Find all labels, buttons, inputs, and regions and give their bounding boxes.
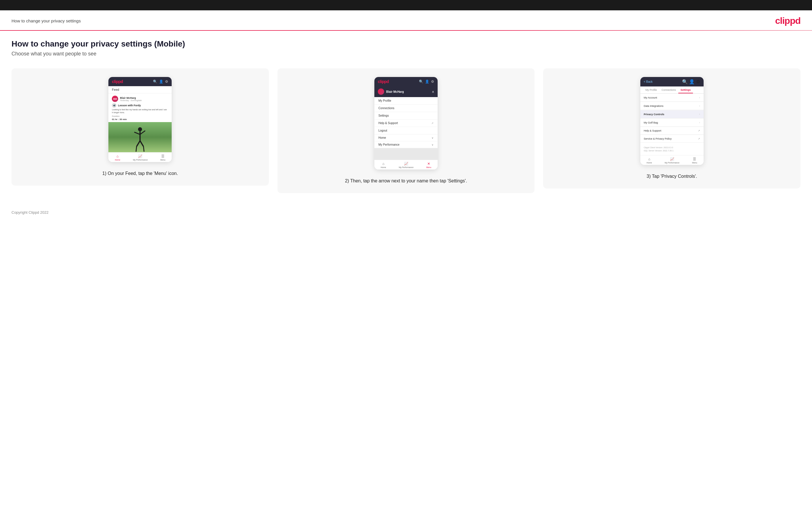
menu-label-1: Menu [160, 159, 166, 161]
perf-label-2: My Performance [399, 166, 413, 168]
version-line-1: Clippd Client Version: 2022.8.3-3 [644, 146, 700, 149]
breadcrumb: How to change your privacy settings [11, 18, 81, 23]
feed-duration-value: 01 hr : 30 min [112, 118, 168, 121]
nav-icons-1: 🔍 👤 ⚙ [153, 79, 168, 83]
perf-icon-2: 📈 [404, 162, 408, 166]
settings-item-myaccount: My Account › [640, 94, 704, 102]
bottom-item-home-3: ⌂ Home [647, 157, 652, 164]
step-2-card: clippd 🔍 👤 ⚙ Blair McHarg ∧ [277, 68, 535, 193]
menu-item-settings: Settings [374, 112, 438, 119]
step-3-phone: < Back 🔍 👤 ⚙ My Profile Connections Sett… [640, 77, 704, 165]
feed-duration-label: Duration [112, 115, 168, 117]
step-1-card: clippd 🔍 👤 ⚙ Feed BM Blair McHarg [11, 68, 269, 185]
settings-item-dataintegrations: Data Integrations › [640, 102, 704, 110]
menu-item-myprofile: My Profile [374, 97, 438, 105]
main-content: How to change your privacy settings (Mob… [0, 39, 812, 205]
settings-myaccount-label: My Account [644, 96, 657, 99]
svg-line-5 [140, 141, 144, 147]
nav-icons-2: 🔍 👤 ⚙ [419, 79, 434, 83]
feed-post-name: Blair McHarg [120, 97, 142, 99]
menu-icon-3: ☰ [693, 157, 696, 161]
header-divider [0, 30, 812, 31]
search-icon-2: 🔍 [419, 79, 423, 83]
svg-line-2 [134, 132, 140, 134]
settings-item-help: Help & Support ↗ [640, 127, 704, 135]
svg-line-4 [137, 141, 140, 147]
page-subheading: Choose what you want people to see [11, 51, 801, 57]
top-bar [0, 0, 812, 10]
feed-lesson-header: 📹 Lesson with Fordy [112, 103, 168, 108]
tab-myprofile: My Profile [643, 87, 659, 93]
phone-bottom-bar-1: ⌂ Home 📈 My Performance ☰ Menu [108, 152, 172, 162]
menu-label-3: Menu [692, 162, 697, 164]
perf-icon-3: 📈 [670, 157, 674, 161]
step-1-phone: clippd 🔍 👤 ⚙ Feed BM Blair McHarg [108, 77, 172, 162]
perf-icon-1: 📈 [138, 154, 142, 158]
nav-logo-1: clippd [112, 79, 123, 84]
menu-section-performance: My Performance ∨ [374, 141, 438, 148]
home-icon-1: ⌂ [116, 154, 118, 158]
footer: Copyright Clippd 2022 [0, 205, 812, 220]
home-label-3: Home [647, 162, 652, 164]
feed-post-date: Yesterday · Sunningdale [120, 99, 142, 101]
menu-item-myprofile-label: My Profile [378, 99, 391, 102]
user-icon-2: 👤 [425, 79, 429, 83]
feed-image [108, 122, 172, 152]
menu-icon-2: ✕ [427, 162, 430, 166]
svg-line-6 [136, 147, 137, 152]
step-3-caption: 3) Tap 'Privacy Controls'. [647, 173, 697, 180]
settings-myaccount-chevron: › [699, 96, 700, 99]
page-heading: How to change your privacy settings (Mob… [11, 39, 801, 49]
settings-serviceprivacy-label: Service & Privacy Policy [644, 137, 672, 140]
bottom-item-menu-2: ✕ Menu [426, 162, 431, 168]
bottom-item-menu-1: ☰ Menu [160, 154, 166, 161]
menu-expand-chevron: ∧ [432, 90, 434, 94]
nav-icons-3: 🔍 👤 ⚙ [682, 79, 700, 84]
settings-dataintegrations-chevron: › [699, 104, 700, 107]
feed-post-header: BM Blair McHarg Yesterday · Sunningdale [112, 96, 168, 102]
svg-point-0 [138, 127, 142, 131]
section-home-chevron: ∨ [432, 136, 434, 139]
phone-nav-1: clippd 🔍 👤 ⚙ [108, 77, 172, 86]
version-line-2: GQL Server Version: 2022.7.30-1 [644, 149, 700, 152]
bottom-item-perf-3: 📈 My Performance [665, 157, 679, 164]
menu-item-connections: Connections [374, 105, 438, 112]
settings-icon: ⚙ [165, 79, 168, 83]
svg-line-3 [140, 131, 145, 134]
settings-back-bar: < Back 🔍 👤 ⚙ [640, 77, 704, 87]
feed-bar: Feed [108, 86, 172, 93]
menu-item-help-label: Help & Support [378, 121, 398, 125]
menu-user-row: Blair McHarg ∧ [374, 86, 438, 97]
home-icon-3: ⌂ [648, 157, 650, 161]
bottom-item-perf-2: 📈 My Performance [399, 162, 413, 168]
section-home-label: Home [378, 136, 386, 139]
home-label-1: Home [115, 159, 120, 161]
copyright: Copyright Clippd 2022 [11, 210, 49, 215]
settings-serviceprivacy-ext: ↗ [698, 137, 700, 140]
search-icon: 🔍 [153, 79, 157, 83]
settings-item-privacycontrols: Privacy Controls › [640, 110, 704, 118]
phone-bottom-bar-3: ⌂ Home 📈 My Performance ☰ Menu [640, 155, 704, 165]
settings-privacycontrols-chevron: › [699, 113, 700, 116]
lesson-icon: 📹 [112, 103, 116, 108]
menu-user-avatar [378, 89, 384, 95]
logo: clippd [775, 15, 801, 26]
menu-item-logout: Logout [374, 127, 438, 134]
menu-item-connections-label: Connections [378, 107, 395, 110]
step-1-caption: 1) On your Feed, tap the 'Menu' icon. [102, 170, 178, 177]
search-icon-3: 🔍 [682, 79, 688, 84]
user-icon: 👤 [159, 79, 163, 83]
phone-nav-2: clippd 🔍 👤 ⚙ [374, 77, 438, 86]
menu-bg-content [374, 148, 438, 160]
user-icon-3: 👤 [689, 79, 695, 84]
feed-post-text: Looking to feel like my hands are exitin… [112, 108, 168, 114]
step-2-phone: clippd 🔍 👤 ⚙ Blair McHarg ∧ [374, 77, 438, 169]
feed-avatar: BM [112, 96, 118, 102]
menu-item-logout-label: Logout [378, 129, 387, 132]
settings-list: My Account › Data Integrations › Privacy… [640, 94, 704, 143]
menu-icon-1: ☰ [161, 154, 164, 158]
svg-line-7 [144, 147, 144, 152]
steps-container: clippd 🔍 👤 ⚙ Feed BM Blair McHarg [11, 68, 801, 193]
settings-dataintegrations-label: Data Integrations [644, 105, 664, 107]
settings-item-serviceprivacy: Service & Privacy Policy ↗ [640, 135, 704, 143]
